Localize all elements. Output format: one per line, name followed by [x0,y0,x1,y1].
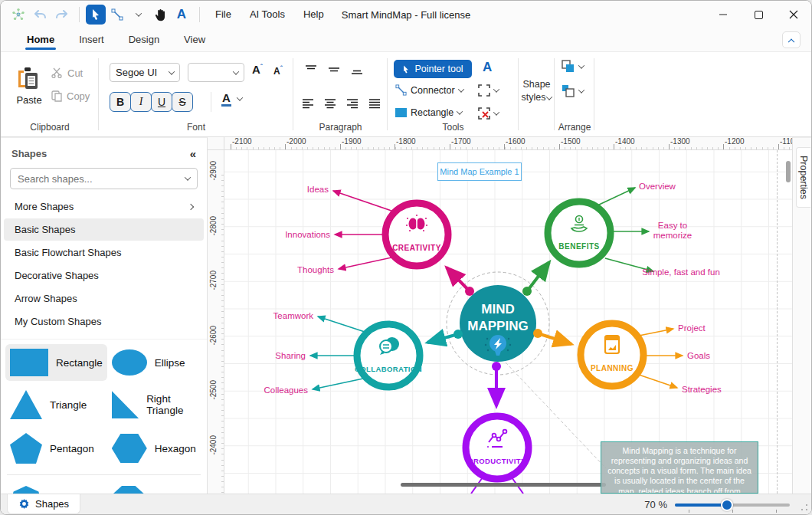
menu-ai-tools[interactable]: AI Tools [241,5,294,25]
description-text-box[interactable]: Mind Mapping is a technique for represen… [601,441,758,494]
connector-tool-button[interactable]: Connector [395,84,463,96]
shape-hexagon[interactable]: Hexagon [107,428,202,468]
font-family-value: Segoe UI [116,67,165,78]
bold-button[interactable]: B [110,92,131,112]
align-center-icon[interactable] [320,95,340,112]
redo-button[interactable] [51,5,71,25]
shape-right-triangle[interactable]: Right Triangle [107,385,202,424]
align-right-icon[interactable] [342,95,362,112]
ribbon-group-paragraph: Paragraph [293,52,388,136]
font-family-select[interactable]: Segoe UI [110,63,180,82]
align-justify-icon[interactable] [365,95,385,112]
underline-button[interactable]: U [151,92,172,112]
text-tool-icon[interactable]: A [172,5,192,25]
connector-label: Connector [411,85,455,96]
align-middle-icon[interactable] [324,61,344,78]
spoke-planning [538,333,571,344]
sidebar-item-basic-shapes[interactable]: Basic Shapes [4,218,204,241]
align-bottom-icon[interactable] [347,61,367,78]
maximize-button[interactable] [741,1,776,28]
italic-button[interactable]: I [130,92,152,112]
sidebar-item-basic-flowchart-shapes[interactable]: Basic Flowchart Shapes [4,241,204,264]
copy-button[interactable]: Copy [51,87,90,104]
collapse-panel-icon[interactable]: « [190,147,196,160]
rectangle-icon [395,108,407,117]
menu-file[interactable]: File [206,5,241,25]
menu-help[interactable]: Help [294,5,333,25]
search-shapes-box[interactable] [10,168,198,189]
shape-triangle[interactable]: Triangle [5,385,107,424]
tab-home[interactable]: Home [15,31,67,51]
spoke-creativity [447,267,470,291]
shape-rectangle[interactable]: Rectangle [5,344,107,381]
connector-dot[interactable] [522,287,532,296]
send-backward-button[interactable] [562,84,584,97]
zoom-slider-thumb[interactable] [721,499,733,511]
tab-design[interactable]: Design [116,31,172,51]
paste-button[interactable]: Paste [11,60,47,112]
rectangle-tool-button[interactable]: Rectangle [395,107,462,118]
grow-font-button[interactable]: Aˆ [252,63,263,76]
sidebar-item-decorative-shapes[interactable]: Decorative Shapes [4,264,204,287]
node-planning[interactable] [581,323,643,386]
app-window: A File AI Tools Help Smart MindMap - Ful… [0,0,812,515]
titlebar: A File AI Tools Help Smart MindMap - Ful… [1,1,811,28]
font-color-button[interactable]: A [221,92,242,107]
tool-dropdown-chevron-icon[interactable] [129,5,149,25]
bring-forward-button[interactable] [562,60,584,73]
select-area-button[interactable] [478,84,499,97]
pointer-tool-icon[interactable] [86,5,106,25]
connector-dot[interactable] [492,362,501,371]
shape-label: Hexagon [155,443,196,454]
cut-button[interactable]: Cut [51,64,90,81]
drawing-canvas[interactable]: Mind Map Example 1 [224,150,792,494]
strikethrough-button[interactable]: S [172,92,193,112]
resize-grip[interactable] [801,504,808,511]
properties-panel-strip: Properties [792,137,811,494]
ribbon-tabbar: Home Insert Design View [1,28,811,51]
shape-styles-button[interactable]: Shape styles [519,78,555,104]
node-creativity[interactable] [385,203,448,266]
shape-label: Pentagon [50,443,94,454]
sidebar-item-my-custom-shapes[interactable]: My Custom Shapes [4,310,204,333]
close-button[interactable] [776,1,811,28]
pointer-tool-button[interactable]: Pointer tool [394,60,472,78]
canvas-scrollbar[interactable] [786,161,791,182]
connector-dot[interactable] [533,329,542,338]
chevron-down-icon [493,109,499,115]
node-collaboration[interactable] [357,324,420,387]
rectangle-shape-icon [10,349,48,376]
connector-tool-icon[interactable] [107,5,127,25]
pan-hand-icon[interactable] [150,5,170,25]
tab-insert[interactable]: Insert [67,31,116,51]
search-shapes-input[interactable] [18,173,185,185]
pointer-tool-label: Pointer tool [414,64,463,74]
align-top-icon[interactable] [301,61,321,78]
shape-label: Triangle [50,399,87,411]
connector-dot[interactable] [465,287,474,296]
pointer-icon [402,64,410,74]
cut-icon [51,67,63,78]
collapse-ribbon-button[interactable] [782,31,801,48]
node-benefits[interactable] [548,202,611,264]
minimize-button[interactable] [706,1,741,28]
zoom-slider[interactable] [675,504,790,507]
connector-dot[interactable] [453,330,463,339]
align-left-icon[interactable] [298,95,318,112]
font-size-select[interactable] [188,63,244,82]
tab-view[interactable]: View [172,31,218,51]
deselect-button[interactable] [478,107,499,120]
shape-label: Right Triangle [146,393,198,416]
sidebar-item-arrow-shapes[interactable]: Arrow Shapes [4,287,204,310]
chevron-down-icon [493,86,499,92]
shape-pentagon[interactable]: Pentagon [5,428,107,468]
central-title-line1: MIND [481,302,514,317]
tab-properties[interactable]: Properties [796,147,810,208]
shrink-font-button[interactable]: Aˆ [273,64,283,77]
shapes-dock-tab[interactable]: Shapes [7,494,80,514]
shape-ellipse[interactable]: Ellipse [107,344,202,381]
ruler-corner [208,137,224,150]
text-tool-button[interactable]: A [483,60,492,75]
sidebar-item-more-shapes[interactable]: More Shapes [4,195,204,218]
undo-button[interactable] [30,5,50,25]
